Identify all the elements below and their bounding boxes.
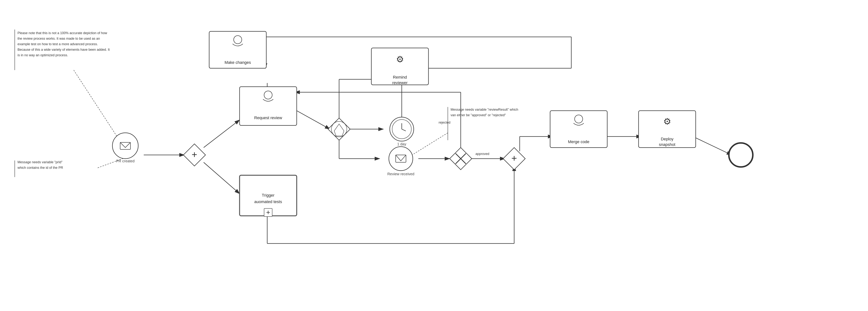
remind-reviewer-label2: reviewer bbox=[392, 80, 407, 85]
flow-deploy-to-end bbox=[693, 137, 732, 155]
review-received-event[interactable]: Review received bbox=[388, 147, 414, 176]
review-received-label: Review received bbox=[388, 172, 414, 176]
deploy-snapshot-task[interactable]: ⚙ Deploy snapshot bbox=[639, 111, 696, 147]
parallel-gateway-2[interactable]: + bbox=[503, 147, 525, 170]
end-event[interactable] bbox=[729, 143, 753, 167]
dashed-line-right bbox=[409, 133, 448, 157]
right-annotation: Message needs variable "reviewResult" wh… bbox=[448, 107, 518, 140]
flow-gw1-to-request bbox=[204, 120, 240, 147]
event-gateway[interactable] bbox=[328, 118, 350, 140]
annotation-top-line3: example test on how to test a more advan… bbox=[18, 42, 98, 46]
flow-gw1-to-trigger bbox=[204, 162, 240, 194]
gear-icon-deploy: ⚙ bbox=[663, 117, 671, 126]
trigger-tests-task[interactable]: Trigger auomated tests + bbox=[240, 175, 297, 217]
plus-icon-trigger: + bbox=[266, 208, 270, 216]
gear-icon-remind: ⚙ bbox=[396, 54, 404, 64]
flow-request-to-evgw bbox=[297, 111, 330, 129]
deploy-snapshot-label2: snapshot bbox=[659, 142, 675, 147]
make-changes-task[interactable]: Make changes bbox=[209, 31, 266, 68]
trigger-tests-label1: Trigger bbox=[262, 193, 275, 198]
annotation-bottom-line2: which contains the id of the PR bbox=[17, 166, 63, 170]
deploy-snapshot-label1: Deploy bbox=[661, 137, 673, 141]
annotation-top-line2: the review process works. It was made to… bbox=[18, 37, 100, 40]
remind-reviewer-label1: Remind bbox=[393, 75, 407, 80]
timer-label: 1 day bbox=[397, 142, 406, 146]
rejected-label: rejected bbox=[439, 121, 451, 124]
request-review-label: Request review bbox=[254, 115, 282, 120]
svg-point-30 bbox=[729, 143, 753, 167]
annotation-right-line2: van either be "approved" or "rejected" bbox=[451, 113, 506, 117]
trigger-tests-label2: auomated tests bbox=[254, 199, 282, 204]
merge-code-label: Merge code bbox=[568, 139, 589, 144]
annotation-bottom-line1: Message needs variable "prId" bbox=[18, 160, 62, 164]
request-review-task[interactable]: Request review bbox=[240, 87, 297, 125]
merge-code-task[interactable]: Merge code bbox=[550, 111, 607, 147]
bottom-annotation: Message needs variable "prId" which cont… bbox=[15, 160, 63, 177]
approved-label: approved bbox=[475, 152, 489, 156]
svg-point-4 bbox=[113, 133, 138, 159]
annotation-top-line1: Please note that this is not a 100% accu… bbox=[18, 31, 107, 35]
diagram-canvas: Please note that this is not a 100% accu… bbox=[0, 0, 868, 311]
start-event[interactable]: PR created bbox=[113, 133, 138, 163]
annotation-top-line5: is in no way an optimized process. bbox=[18, 53, 68, 57]
svg-point-21 bbox=[389, 147, 413, 171]
top-annotation: Please note that this is not a 100% accu… bbox=[15, 29, 110, 70]
xor-gateway[interactable] bbox=[450, 147, 472, 170]
parallel-gateway-1[interactable]: + bbox=[183, 144, 206, 166]
bpmn-diagram: Please note that this is not a 100% accu… bbox=[0, 0, 868, 311]
remind-reviewer-task[interactable]: ⚙ Remind reviewer bbox=[371, 48, 429, 85]
timer-event[interactable]: 1 day bbox=[390, 117, 414, 146]
make-changes-label: Make changes bbox=[224, 60, 251, 65]
start-event-label: PR created bbox=[116, 159, 134, 163]
annotation-top-line4: Because of this a wide variety of elemen… bbox=[18, 48, 110, 52]
plus-icon-gw2: + bbox=[512, 153, 517, 164]
plus-icon-gw1: + bbox=[192, 149, 197, 160]
